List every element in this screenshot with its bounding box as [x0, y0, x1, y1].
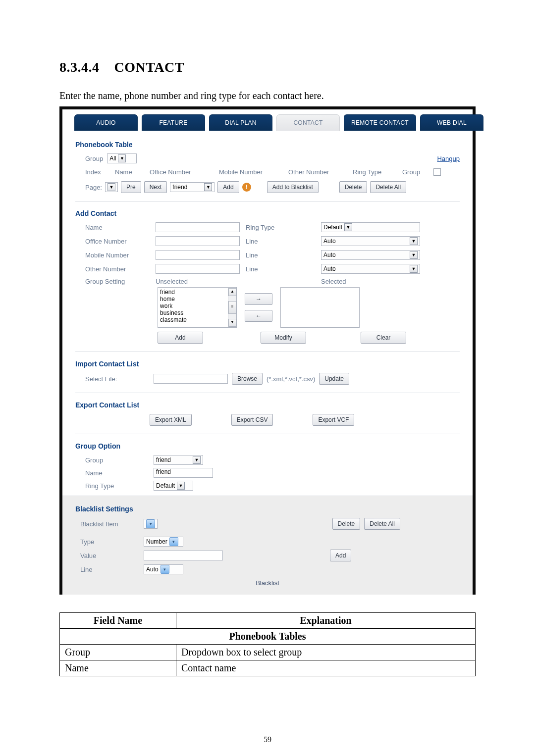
list-item[interactable]: friend — [160, 289, 234, 296]
ac-mobile-input[interactable] — [156, 250, 240, 260]
add-contact-title: Add Contact — [75, 209, 460, 217]
help-icon[interactable]: ! — [242, 183, 251, 192]
tab-remote-contact[interactable]: REMOTE CONTACT — [344, 114, 416, 131]
chevron-down-icon: ▼ — [118, 154, 126, 162]
delete-button[interactable]: Delete — [339, 181, 368, 193]
import-filetypes: (*.xml,*.vcf,*.csv) — [267, 375, 315, 383]
tab-audio[interactable]: AUDIO — [74, 114, 138, 131]
add-search-button[interactable]: Add — [217, 181, 239, 193]
import-title: Import Contact List — [75, 360, 460, 368]
add-to-blacklist-button[interactable]: Add to Blacklist — [267, 181, 319, 193]
scroll-down-icon[interactable]: ▼ — [228, 319, 236, 327]
ac-office-line-select[interactable]: Auto ▼ — [321, 236, 420, 246]
page-select[interactable]: ▼ — [105, 182, 118, 192]
bl-item-label: Blacklist Item — [80, 520, 140, 528]
th-field-name: Field Name — [60, 613, 176, 629]
ac-name-label: Name — [85, 224, 150, 231]
next-button[interactable]: Next — [144, 181, 167, 193]
bl-line-select[interactable]: Auto ▾ — [144, 564, 183, 574]
chevron-down-icon: ▼ — [177, 482, 185, 490]
ac-ringtype-value: Default — [323, 224, 342, 231]
heading-title: CONTACT — [114, 59, 184, 75]
ac-groupsetting-label: Group Setting — [85, 278, 150, 285]
tab-feature[interactable]: FEATURE — [142, 114, 205, 131]
ac-selected-label: Selected — [321, 278, 420, 285]
ac-unselected-list[interactable]: friend home work business classmate ▲ ≡ … — [158, 287, 237, 328]
th-other-number: Other Number — [288, 168, 353, 177]
bl-delete-all-button[interactable]: Delete All — [364, 518, 400, 530]
th-mobile-number: Mobile Number — [219, 168, 288, 177]
chevron-down-icon: ▾ — [160, 565, 169, 574]
chevron-down-icon: ▼ — [410, 251, 418, 259]
th-group: Group — [402, 168, 432, 177]
export-xml-button[interactable]: Export XML — [150, 414, 192, 426]
cell-explain: Dropdown box to select group — [176, 645, 475, 660]
ac-other-line-select[interactable]: Auto ▼ — [321, 264, 420, 274]
go-group-select[interactable]: friend ▼ — [154, 455, 203, 465]
ac-mobile-line-label: Line — [246, 252, 315, 259]
chevron-down-icon: ▼ — [204, 183, 212, 191]
scroll-up-icon[interactable]: ▲ — [228, 288, 236, 296]
ac-add-button[interactable]: Add — [158, 332, 203, 344]
embedded-ui-screenshot: AUDIO FEATURE DIAL PLAN CONTACT REMOTE C… — [59, 106, 476, 595]
tab-contact[interactable]: CONTACT — [276, 114, 340, 131]
ac-clear-button[interactable]: Clear — [361, 332, 406, 344]
group-select[interactable]: All ▼ — [107, 153, 137, 163]
ac-modify-button[interactable]: Modify — [261, 332, 306, 344]
list-item[interactable]: work — [160, 302, 234, 309]
ac-ringtype-select[interactable]: Default ▼ — [321, 222, 420, 232]
move-right-button[interactable]: → — [245, 293, 272, 305]
bl-type-select[interactable]: Number ▾ — [144, 537, 183, 547]
blacklist-title: Blacklist Settings — [75, 505, 460, 513]
table-row: Name Contact name — [60, 660, 476, 676]
th-select-all[interactable] — [432, 168, 441, 177]
table-row: Group Dropdown box to select group — [60, 645, 476, 660]
group-value: All — [109, 155, 116, 162]
ac-unselected-label: Unselected — [156, 278, 240, 285]
ac-office-input[interactable] — [156, 236, 240, 246]
ac-office-line-label: Line — [246, 238, 315, 245]
list-item[interactable]: home — [160, 296, 234, 302]
bl-value-input[interactable] — [144, 551, 223, 560]
hangup-link[interactable]: Hangup — [437, 155, 460, 162]
ac-selected-list[interactable] — [280, 287, 360, 328]
tab-dial-plan[interactable]: DIAL PLAN — [209, 114, 272, 131]
pre-button[interactable]: Pre — [121, 181, 141, 193]
chevron-down-icon: ▼ — [344, 223, 352, 231]
bl-line-label: Line — [80, 566, 140, 573]
search-value: friend — [172, 184, 187, 191]
heading-number: 8.3.4.4 — [59, 59, 100, 75]
import-file-input[interactable] — [154, 374, 228, 384]
bl-delete-button[interactable]: Delete — [332, 518, 361, 530]
export-csv-button[interactable]: Export CSV — [231, 414, 273, 426]
chevron-down-icon: ▼ — [107, 183, 115, 191]
list-item[interactable]: business — [160, 309, 234, 316]
go-rt-select[interactable]: Default ▼ — [154, 481, 193, 491]
chevron-down-icon: ▼ — [410, 237, 418, 245]
move-left-button[interactable]: ← — [245, 310, 272, 322]
bl-line-value: Auto — [146, 566, 159, 573]
ac-ringtype-label: Ring Type — [246, 224, 315, 231]
go-name-input[interactable]: friend — [154, 468, 213, 478]
ac-name-input[interactable] — [156, 222, 240, 232]
chevron-down-icon: ▼ — [410, 265, 418, 273]
bl-item-select[interactable]: ▾ — [144, 519, 158, 529]
ac-mobile-label: Mobile Number — [85, 252, 150, 259]
browse-button[interactable]: Browse — [232, 373, 263, 385]
update-button[interactable]: Update — [319, 373, 349, 385]
chevron-down-icon: ▾ — [169, 537, 178, 546]
th-ring-type: Ring Type — [353, 168, 402, 177]
th-office-number: Office Number — [150, 168, 219, 177]
page-label: Page: — [85, 184, 102, 191]
delete-all-button[interactable]: Delete All — [370, 181, 406, 193]
scrollbar[interactable]: ▲ ≡ ▼ — [228, 288, 236, 327]
ac-office-label: Office Number — [85, 238, 150, 245]
bl-add-button[interactable]: Add — [330, 550, 351, 561]
ac-other-input[interactable] — [156, 264, 240, 274]
export-vcf-button[interactable]: Export VCF — [313, 414, 354, 426]
search-select[interactable]: friend ▼ — [170, 182, 214, 192]
list-item[interactable]: classmate — [160, 316, 234, 323]
scroll-thumb[interactable]: ≡ — [228, 301, 236, 314]
tab-web-dial[interactable]: WEB DIAL — [420, 114, 483, 131]
ac-mobile-line-select[interactable]: Auto ▼ — [321, 250, 420, 260]
